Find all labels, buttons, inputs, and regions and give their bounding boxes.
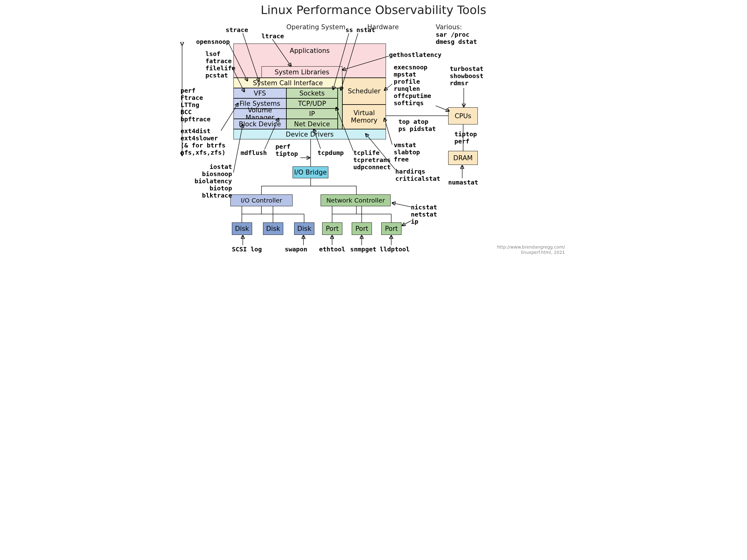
block-vfs: VFS	[233, 88, 286, 98]
section-os: Operating System	[286, 23, 345, 31]
tool-hardirqs-group: hardirqs criticalstat	[395, 168, 440, 182]
tool-strace: strace	[226, 26, 248, 34]
block-io-bridge: I/O Bridge	[292, 166, 328, 178]
tool-perf-tiptop: perf tiptop	[276, 143, 298, 157]
block-disk-2: Disk	[263, 222, 283, 235]
block-sockets: Sockets	[286, 88, 338, 98]
block-network-controller: Network Controller	[320, 194, 391, 206]
tool-tiptop-perf: tiptop perf	[455, 131, 477, 145]
tool-mdflush: mdflush	[240, 149, 267, 157]
tool-various: sar /proc dmesg dstat	[436, 31, 477, 46]
attribution: http://www.brendangregg.com/ linuxperf.h…	[497, 244, 565, 255]
block-syscall-interface: System Call Interface	[233, 78, 342, 88]
block-virtual-memory: Virtual Memory	[342, 105, 386, 129]
block-block-device: Block Device	[233, 119, 286, 129]
block-net-sidebar	[338, 88, 342, 129]
tool-nstat: nstat	[356, 26, 375, 34]
block-port-3: Port	[381, 222, 402, 235]
tool-nicstat-group: nicstat netstat ip	[411, 204, 437, 225]
tool-turbostat-group: turbostat showboost rdmsr	[450, 65, 483, 87]
tool-numastat: numastat	[448, 179, 478, 186]
block-tcpudp: TCP/UDP	[286, 98, 338, 109]
svg-line-20	[436, 106, 449, 111]
diagram-canvas: Linux Performance Observability Tools Op…	[177, 0, 570, 292]
tool-gethostlatency: gethostlatency	[389, 51, 442, 58]
tool-snmpget: snmpget	[350, 246, 376, 253]
tool-perf-group: perf Ftrace LTTng BCC bpftrace	[181, 87, 210, 123]
block-disk-3: Disk	[294, 222, 314, 235]
tool-ethtool: ethtool	[319, 246, 345, 253]
block-system-libraries: System Libraries	[261, 66, 342, 78]
block-port-1: Port	[322, 222, 342, 235]
block-dram: DRAM	[448, 151, 478, 165]
tool-execsnoop-group: execsnoop mpstat profile runqlen offcput…	[394, 64, 431, 107]
block-device-drivers: Device Drivers	[233, 129, 386, 139]
section-various: Various:	[436, 23, 462, 31]
tool-ltrace: ltrace	[261, 33, 284, 40]
diagram-title: Linux Performance Observability Tools	[177, 3, 570, 17]
tool-scsilog: SCSI log	[232, 246, 262, 253]
tool-ext4-group: ext4dist ext4slower (& for btrfs nfs,xfs…	[181, 128, 226, 156]
tool-top-group: top atop ps pidstat	[398, 118, 436, 133]
tool-lldptool: lldptool	[380, 246, 410, 253]
block-port-2: Port	[352, 222, 372, 235]
tool-iostat-group: iostat biosnoop biolatency biotop blktra…	[195, 163, 232, 199]
svg-line-17	[392, 203, 411, 207]
tool-swapon: swapon	[285, 246, 307, 253]
block-ip: IP	[286, 109, 338, 119]
svg-line-18	[402, 221, 411, 225]
tool-ss: ss	[345, 26, 353, 34]
block-disk-1: Disk	[232, 222, 252, 235]
tool-tcpdump: tcpdump	[317, 149, 344, 157]
tool-lsof-group: lsof fatrace filelife pcstat	[205, 50, 235, 79]
tool-vmstat-group: vmstat slabtop free	[394, 141, 420, 163]
block-volume-manager: Volume Manager	[233, 109, 286, 119]
block-netdevice: Net Device	[286, 119, 338, 129]
block-cpus: CPUs	[448, 107, 478, 125]
block-io-controller: I/O Controller	[230, 194, 292, 206]
block-scheduler: Scheduler	[342, 78, 386, 105]
tool-opensnoop: opensnoop	[196, 38, 230, 46]
tool-tcplife-group: tcplife tcpretrans udpconnect	[353, 149, 391, 171]
